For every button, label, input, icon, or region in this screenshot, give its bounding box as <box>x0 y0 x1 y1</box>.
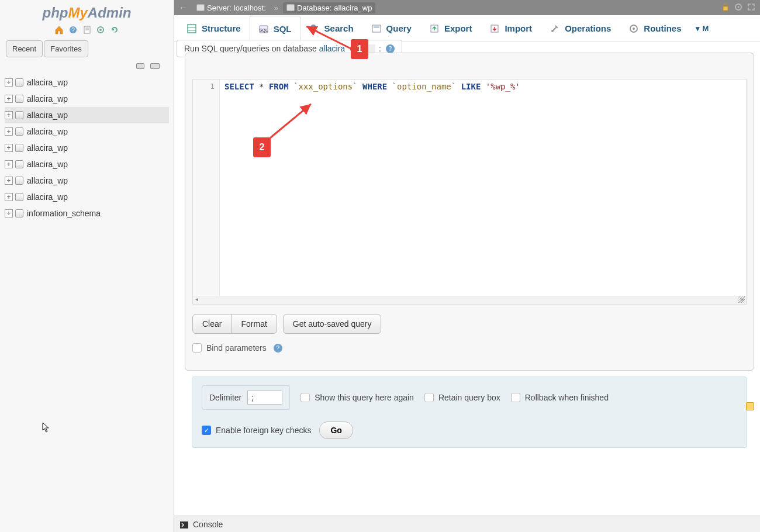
db-label: information_schema <box>27 209 101 218</box>
svg-text:SQL: SQL <box>259 28 268 33</box>
db-label: allacira_wp <box>27 176 68 185</box>
database-value: allacira_wp <box>334 4 372 12</box>
expand-icon[interactable]: + <box>5 177 13 185</box>
db-tree-item[interactable]: +allacira_wp <box>5 107 169 123</box>
db-tree-item[interactable]: +allacira_wp <box>5 74 169 91</box>
delimiter-label: Delimiter <box>209 393 241 402</box>
logo-part-my: My <box>68 5 87 20</box>
sql-editor-wrap: 1 SELECT * FROM `xxx_options` WHERE `opt… <box>192 79 747 305</box>
db-label: allacira_wp <box>27 143 68 153</box>
tab-search[interactable]: Search <box>300 15 362 42</box>
bind-params-checkbox[interactable] <box>192 343 202 353</box>
sql-keyword: SELECT <box>224 82 254 91</box>
legend-db-link[interactable]: allacira_w <box>319 44 355 53</box>
tab-structure[interactable]: Structure <box>178 15 250 42</box>
svg-text:?: ? <box>71 27 75 33</box>
db-tree-item[interactable]: +allacira_wp <box>5 172 169 189</box>
sql-icon: SQL <box>258 24 269 34</box>
home-icon[interactable] <box>54 25 64 34</box>
server-label: Server: <box>207 4 232 12</box>
expand-icon[interactable]: + <box>5 144 13 152</box>
db-label: allacira_wp <box>27 78 68 87</box>
breadcrumb-server[interactable]: Server: localhost: <box>193 2 270 13</box>
favorites-button[interactable]: Favorites <box>44 40 88 57</box>
database-icon <box>15 144 23 152</box>
tab-more-label: M <box>702 24 709 33</box>
db-tree-item[interactable]: +allacira_wp <box>5 123 169 140</box>
tab-sql[interactable]: SQLSQL <box>250 16 300 42</box>
logo-part-admin: Admin <box>88 5 132 20</box>
tab-label: Routines <box>644 23 681 33</box>
db-label: allacira_wp <box>27 94 68 103</box>
callout-2: 2 <box>253 137 271 157</box>
link-icon[interactable] <box>150 63 160 69</box>
delimiter-input[interactable] <box>247 391 282 405</box>
tab-more[interactable]: ▾M <box>690 15 714 42</box>
show-again-checkbox[interactable] <box>300 393 310 402</box>
svg-point-6 <box>99 29 102 31</box>
svg-point-15 <box>311 25 316 30</box>
database-icon <box>15 111 23 119</box>
expand-icon[interactable]: + <box>5 209 13 217</box>
import-icon <box>489 23 500 34</box>
resize-grip[interactable] <box>738 296 745 303</box>
sql-editor[interactable]: 1 SELECT * FROM `xxx_options` WHERE `opt… <box>193 80 746 296</box>
expand-icon[interactable]: + <box>5 193 13 201</box>
query-options-bar: Delimiter Show this query here again Ret… <box>192 376 747 448</box>
expand-icon[interactable]: + <box>5 160 13 168</box>
recent-button[interactable]: Recent <box>6 40 43 57</box>
tab-export[interactable]: Export <box>420 15 481 42</box>
sql-code[interactable]: SELECT * FROM `xxx_options` WHERE `optio… <box>220 80 746 296</box>
database-icon <box>15 78 23 87</box>
svg-rect-18 <box>374 26 379 28</box>
db-tree-item[interactable]: +allacira_wp <box>5 156 169 172</box>
fk-checks-checkbox[interactable]: ✓ <box>202 426 211 435</box>
callout-1: 1 <box>351 39 368 59</box>
svg-rect-7 <box>723 6 728 11</box>
db-tree-item[interactable]: +allacira_wp <box>5 91 169 107</box>
gear-icon[interactable] <box>734 3 742 13</box>
sql-groupbox: 1 SELECT * FROM `xxx_options` WHERE `opt… <box>185 53 754 371</box>
expand-icon[interactable]: + <box>5 95 13 103</box>
help-icon[interactable]: ? <box>274 344 282 353</box>
console-label: Console <box>193 520 223 529</box>
status-icon[interactable] <box>746 402 754 410</box>
logo: phpMyAdmin <box>0 0 174 23</box>
server-icon <box>196 4 205 11</box>
db-tree-item[interactable]: +information_schema <box>5 205 169 222</box>
format-button[interactable]: Format <box>231 315 276 333</box>
logout-icon[interactable]: ? <box>68 25 78 34</box>
collapse-icon[interactable] <box>136 63 144 69</box>
db-tree-item[interactable]: +allacira_wp <box>5 140 169 156</box>
fullscreen-icon[interactable] <box>747 3 755 13</box>
rollback-checkbox[interactable] <box>511 393 520 402</box>
breadcrumb-database[interactable]: Database: allacira_wp <box>283 2 375 13</box>
help-icon[interactable]: ? <box>386 44 395 53</box>
expand-icon[interactable]: + <box>5 111 13 119</box>
tab-operations[interactable]: Operations <box>541 15 620 42</box>
db-tree-item[interactable]: +allacira_wp <box>5 189 169 205</box>
reload-icon[interactable] <box>110 25 119 34</box>
console-bar[interactable]: Console <box>174 516 760 532</box>
db-tree: +allacira_wp +allacira_wp +allacira_wp +… <box>0 74 174 222</box>
horizontal-scrollbar[interactable] <box>193 296 746 304</box>
tab-import[interactable]: Import <box>481 15 541 42</box>
sql-identifier: `xxx_options` <box>289 82 362 91</box>
clear-button[interactable]: Clear <box>193 315 231 333</box>
lock-icon[interactable] <box>721 3 730 13</box>
tab-label: Search <box>324 23 354 33</box>
expand-icon[interactable]: + <box>5 78 13 87</box>
back-icon[interactable]: ← <box>179 3 187 12</box>
expand-icon[interactable]: + <box>5 127 13 136</box>
retain-checkbox[interactable] <box>424 393 434 402</box>
db-label: allacira_wp <box>27 127 68 136</box>
settings-icon[interactable] <box>96 25 105 34</box>
autosaved-button[interactable]: Get auto-saved query <box>283 314 382 334</box>
tab-query[interactable]: Query <box>362 15 420 42</box>
fk-checks-label: Enable foreign key checks <box>216 426 311 435</box>
go-button[interactable]: Go <box>319 422 353 439</box>
tab-routines[interactable]: Routines <box>620 15 690 42</box>
retain-label: Retain query box <box>438 393 500 402</box>
docs-icon[interactable] <box>82 25 92 34</box>
legend-prefix: Run SQL query/queries on database <box>184 44 317 53</box>
